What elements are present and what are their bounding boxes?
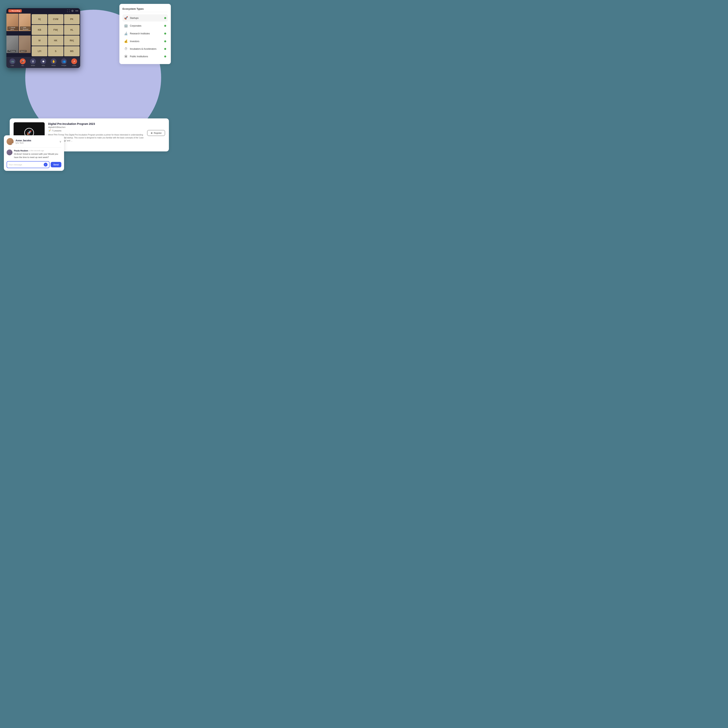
settings-icon[interactable]: ⚙ — [71, 9, 74, 12]
mic-button[interactable]: 🎤 Mic — [20, 58, 26, 66]
incubators-icon: ⏱ — [124, 47, 128, 50]
research-icon: 🔬 — [124, 32, 128, 35]
mic-label: Mic — [21, 65, 24, 66]
leave-label: Leave — [72, 65, 76, 66]
ecosystem-title: Ecosystem Types — [122, 8, 168, 12]
message-content: Paula Houben a few seconds ago Hi Anne! … — [14, 150, 61, 159]
startups-label: Startups — [130, 17, 139, 20]
public-label: Public Institutions — [130, 55, 148, 58]
chat-user-company: lyrix Tech — [15, 142, 31, 144]
register-button[interactable]: 🖥 Register — [147, 130, 165, 136]
participant-tile-zainab: 🎤 Zainab (you) — [6, 14, 18, 31]
course-lessons: 📝 7 Lessons — [48, 129, 144, 132]
course-title: Digital Pre-Incubation Program 2023 — [48, 122, 144, 125]
message-avatar — [7, 150, 12, 155]
chat-input-wrapper: ✓ — [7, 161, 49, 168]
incubators-label: Incubators & Accelerators — [130, 47, 156, 50]
chat-input[interactable] — [9, 164, 43, 166]
share-button[interactable]: 🖥 Share — [30, 58, 36, 66]
screen-expand-icon[interactable]: ⛶ — [67, 9, 70, 12]
chat-panel: Anne Jacobs lyrix Tech ∨ Paula Houben a … — [4, 135, 64, 171]
lessons-icon: 📝 — [48, 129, 51, 132]
text-tile-0: G( — [32, 14, 47, 24]
chat-user-info: Anne Jacobs lyrix Tech — [7, 138, 31, 145]
more-options-icon[interactable]: ••• — [75, 9, 78, 12]
public-icon: 🏛 — [124, 55, 128, 58]
video-header: Recording ⛶ ⚙ ••• — [6, 8, 80, 14]
leave-icon: ↗ — [71, 58, 77, 64]
people-label: People — [61, 65, 66, 66]
recording-badge: Recording — [8, 9, 22, 12]
text-tile-6: W — [32, 35, 47, 46]
text-tile-7: HK — [48, 35, 63, 46]
cam-button[interactable]: 📹 Cam — [9, 58, 15, 66]
people-icon: 👥 — [61, 58, 67, 64]
leave-button[interactable]: ↗ Leave — [71, 58, 77, 66]
stop-label: Stop — [42, 65, 45, 66]
mic-off-icon-florian: 🎤 — [8, 50, 10, 52]
research-label: Research Institutes — [130, 32, 150, 35]
participant-tile-sven: Sven P. — [19, 35, 31, 53]
message-block: Paula Houben a few seconds ago Hi Anne! … — [7, 150, 61, 159]
react-label: React — [52, 65, 56, 66]
video-participants: 🎤 Zainab (you) 🎤 Julia Brossier 🎤 Floria… — [6, 14, 31, 57]
text-tile-8: RK( — [64, 35, 80, 46]
message-time: a few seconds ago — [29, 150, 44, 151]
text-tile-9: LFI — [32, 46, 47, 56]
video-header-icons: ⛶ ⚙ ••• — [67, 9, 78, 12]
participant-tile-julia: 🎤 Julia Brossier — [19, 14, 31, 31]
video-toolbar: 📹 Cam 🎤 Mic 🖥 Share ⏺ Stop ✋ React 👥 Peo… — [6, 57, 80, 68]
stop-button[interactable]: ⏺ Stop — [40, 58, 46, 66]
cam-label: Cam — [11, 65, 14, 66]
message-meta: Paula Houben a few seconds ago — [14, 150, 61, 152]
ecosystem-item-startups[interactable]: 🚀 Startups — [122, 14, 168, 21]
startups-icon: 🚀 — [124, 16, 128, 20]
chat-avatar — [7, 138, 14, 145]
investors-label: Investors — [130, 40, 139, 43]
course-org: digitalHUBAachen — [48, 126, 144, 128]
ecosystem-item-incubators[interactable]: ⏱ Incubators & Accelerators — [122, 46, 168, 52]
text-tile-3: KB — [32, 25, 47, 35]
ecosystem-panel: Ecosystem Types 🚀 Startups 🏢 Corporates … — [119, 4, 171, 64]
text-tile-10: S — [48, 46, 63, 56]
ecosystem-item-corporates[interactable]: 🏢 Corporates — [122, 22, 168, 29]
mic-off-icon-julia: 🎤 — [21, 28, 22, 29]
incubators-status-dot — [164, 48, 166, 50]
send-button[interactable]: Send — [50, 162, 61, 167]
corporates-status-dot — [164, 25, 166, 27]
register-icon: 🖥 — [150, 132, 153, 134]
ecosystem-item-research[interactable]: 🔬 Research Institutes — [122, 30, 168, 37]
chat-input-row: ✓ Send — [7, 161, 61, 168]
ecosystem-item-public[interactable]: 🏛 Public Institutions — [122, 53, 168, 60]
corporates-icon: 🏢 — [124, 24, 128, 28]
send-check-icon[interactable]: ✓ — [44, 163, 47, 167]
cam-icon: 📹 — [9, 58, 15, 64]
text-tile-5: HL — [64, 25, 80, 35]
chat-divider — [7, 147, 61, 148]
video-call-panel: Recording ⛶ ⚙ ••• 🎤 Zainab (you) 🎤 Julia… — [6, 8, 80, 68]
investors-icon: 💰 — [124, 40, 128, 43]
react-button[interactable]: ✋ React — [50, 58, 57, 66]
text-tile-4: FW( — [48, 25, 63, 35]
mic-off-icon: 🎤 — [8, 28, 10, 29]
chat-header: Anne Jacobs lyrix Tech ∨ — [7, 138, 61, 145]
course-register-section: 🖥 Register — [147, 122, 165, 136]
ecosystem-item-investors[interactable]: 💰 Investors — [122, 38, 168, 45]
mic-icon: 🎤 — [20, 58, 26, 64]
text-tiles-grid: G( CVW PK KB FW( HL W HK RK( LFI S MS — [31, 14, 80, 57]
research-status-dot — [164, 33, 166, 35]
video-grid: 🎤 Zainab (you) 🎤 Julia Brossier 🎤 Floria… — [6, 14, 80, 57]
chat-user-name: Anne Jacobs — [15, 139, 31, 142]
text-tile-2: PK — [64, 14, 80, 24]
participant-tile-florian: 🎤 Florian — [6, 35, 18, 53]
stop-icon: ⏺ — [40, 58, 46, 64]
investors-status-dot — [164, 40, 166, 42]
react-icon: ✋ — [50, 58, 57, 64]
text-tile-11: MS — [64, 46, 80, 56]
text-tile-1: CVW — [48, 14, 63, 24]
message-sender: Paula Houben — [14, 150, 28, 152]
people-button[interactable]: 👥 People — [61, 58, 67, 66]
chat-collapse-icon[interactable]: ∨ — [60, 140, 61, 143]
startups-status-dot — [164, 17, 166, 19]
corporates-label: Corporates — [130, 24, 141, 27]
